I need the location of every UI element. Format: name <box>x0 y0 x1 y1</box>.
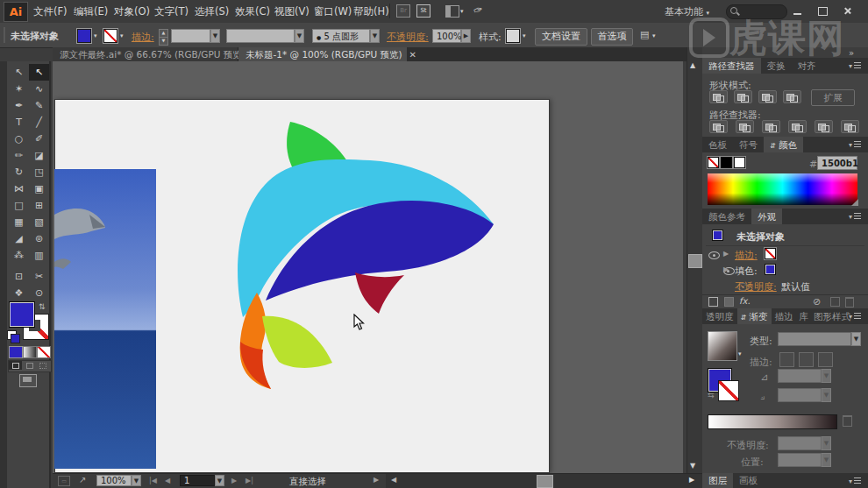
zoom-level-arrow-icon[interactable]: ▼ <box>132 475 141 486</box>
tab-artboards[interactable]: 画板 <box>733 473 764 488</box>
last-artboard-icon[interactable]: ▶| <box>245 477 253 484</box>
stop-opacity-arrow-icon[interactable]: ▼ <box>822 436 831 450</box>
prev-artboard-icon[interactable]: ◀ <box>165 477 170 484</box>
selection-tool[interactable]: ↖ <box>9 64 29 81</box>
scale-tool[interactable]: ◳ <box>29 164 49 180</box>
close-button[interactable] <box>843 6 856 16</box>
share-icon[interactable]: ↗ <box>79 475 86 484</box>
appearance-fill-swatch[interactable] <box>765 264 776 275</box>
minimize-button[interactable] <box>793 6 806 16</box>
rotate-tool[interactable]: ↻ <box>9 164 29 180</box>
h-scroll-left-icon[interactable]: ◀ <box>391 476 396 484</box>
tab-layers[interactable]: 图层 <box>702 473 733 488</box>
width-profile-arrow-icon[interactable]: ▼ <box>295 29 304 43</box>
type-tool[interactable]: T <box>9 114 29 131</box>
tab-symbols[interactable]: 符号 <box>733 137 764 152</box>
shape-mode-intersect-button[interactable] <box>758 90 777 103</box>
workspace-switcher[interactable]: 基本功能 ▾ <box>665 5 709 18</box>
pf-crop-button[interactable] <box>788 120 807 133</box>
gradient-type-arrow-icon[interactable]: ▼ <box>851 332 861 346</box>
menu-effect[interactable]: 效果(C) <box>235 5 270 18</box>
pencil-tool[interactable]: ✏ <box>9 147 29 164</box>
curvature-tool[interactable]: ✎ <box>29 97 49 114</box>
panel-menu-icon[interactable]: ▾ <box>849 141 863 149</box>
line-segment-tool[interactable]: ╱ <box>29 114 49 131</box>
tab-align[interactable]: 对齐 <box>792 58 822 74</box>
hex-value-field[interactable]: 1500b1 <box>817 156 857 170</box>
stroke-color-swatch[interactable] <box>103 29 117 43</box>
color-spectrum[interactable] <box>708 173 857 205</box>
fill-expand-icon[interactable]: ▶ <box>723 265 729 273</box>
perspective-grid-tool[interactable]: ⊞ <box>29 197 49 214</box>
status-expand-icon[interactable]: ▶ <box>374 476 379 484</box>
delete-stop-icon[interactable] <box>843 415 852 427</box>
blend-tool[interactable]: ⊚ <box>29 230 49 247</box>
tab-libraries[interactable]: 库 <box>797 308 812 324</box>
gradient-angle-select[interactable] <box>778 369 822 383</box>
appearance-opacity-link[interactable]: 不透明度: <box>735 280 777 294</box>
pen-tool[interactable]: ✒ <box>9 97 29 114</box>
document-setup-button[interactable]: 文档设置 <box>535 28 587 46</box>
brush-definition[interactable]: ● 5 点圆形 <box>312 29 370 43</box>
tab-color[interactable]: ⇵ 颜色 <box>764 137 803 152</box>
reverse-gradient-icon[interactable]: ⇆ <box>708 391 715 400</box>
expand-button[interactable]: 扩展 <box>811 89 855 106</box>
gradient-angle-arrow-icon[interactable]: ▼ <box>822 369 831 383</box>
dolphin-photo[interactable] <box>54 169 156 469</box>
doc-tab-untitled[interactable]: 未标题-1* @ 100% (RGB/GPU 预览)✕ <box>238 47 407 61</box>
width-tool[interactable]: ⋈ <box>9 180 29 197</box>
tab-swatches[interactable]: 色板 <box>702 137 733 152</box>
gradient-tool[interactable]: ▧ <box>29 214 49 230</box>
bridge-icon[interactable]: Br <box>396 4 410 18</box>
swap-fill-stroke-icon[interactable]: ⇅ <box>39 302 46 311</box>
eraser-tool[interactable]: ◪ <box>29 147 49 164</box>
draw-behind-mode-button[interactable] <box>23 361 36 370</box>
stop-position-arrow-icon[interactable]: ▼ <box>822 453 831 467</box>
new-fill-icon[interactable] <box>724 297 734 307</box>
slice-tool[interactable]: ✂ <box>29 268 49 285</box>
gradient-mode-button[interactable] <box>23 346 37 358</box>
gradient-slider[interactable] <box>708 414 837 429</box>
symbol-sprayer-tool[interactable]: ⁂ <box>9 247 29 264</box>
gradient-stroke-proxy[interactable] <box>718 380 739 401</box>
menu-edit[interactable]: 编辑(E) <box>74 5 108 18</box>
tab-color-guide[interactable]: 颜色参考 <box>702 209 751 224</box>
none-mode-button[interactable] <box>37 346 51 358</box>
artboard-number-field[interactable]: 1 <box>180 475 215 486</box>
add-effect-icon[interactable]: fx. <box>739 296 751 306</box>
draw-inside-mode-button[interactable] <box>36 361 49 370</box>
opacity-value[interactable]: 100% <box>432 29 461 43</box>
doc-tab-source-file[interactable]: 源文件最终.ai* @ 66.67% (RGB/GPU 预览)✕ <box>53 47 238 61</box>
gradient-aspect-select[interactable] <box>778 388 822 402</box>
panel-menu-icon[interactable]: ▾ <box>849 213 863 221</box>
stroke-weight-arrow-icon[interactable]: ▼ <box>210 29 220 43</box>
eyedropper-tool[interactable]: ◢ <box>9 230 29 247</box>
magic-wand-tool[interactable]: ✶ <box>9 81 29 97</box>
pf-minus-back-button[interactable] <box>841 120 859 133</box>
gradient-stroke-across-button[interactable] <box>818 352 833 367</box>
fill-swatch-arrow-icon[interactable]: ▾ <box>94 32 97 39</box>
control-bar-grip[interactable] <box>4 27 5 43</box>
draw-normal-mode-button[interactable] <box>9 361 22 370</box>
pf-merge-button[interactable] <box>762 120 780 133</box>
first-artboard-icon[interactable]: |◀ <box>149 477 157 484</box>
tab-appearance[interactable]: 外观 <box>751 209 782 224</box>
fill-color-swatch[interactable] <box>77 29 91 43</box>
width-profile-value[interactable] <box>226 29 295 43</box>
color-mode-button[interactable] <box>9 346 23 358</box>
appearance-stroke-swatch[interactable] <box>765 248 776 259</box>
direct-selection-tool[interactable]: ↖ <box>29 64 49 81</box>
new-stroke-icon[interactable] <box>708 297 718 307</box>
tab-stroke[interactable]: 描边 <box>772 308 797 324</box>
stroke-weight-value[interactable] <box>171 29 210 43</box>
free-transform-tool[interactable]: ▣ <box>29 180 49 197</box>
gradient-aspect-arrow-icon[interactable]: ▼ <box>822 388 831 402</box>
mesh-tool[interactable]: ▦ <box>9 214 29 230</box>
column-graph-tool[interactable]: ▥ <box>29 247 49 264</box>
touch-workspace-icon[interactable]: ▤ <box>640 29 649 40</box>
dock-scroll-up-icon[interactable]: ▲ <box>690 61 695 69</box>
stroke-expand-icon[interactable]: ▶ <box>723 250 729 258</box>
artboard-tool[interactable]: ⊡ <box>9 268 29 285</box>
menu-select[interactable]: 选择(S) <box>195 5 229 18</box>
style-swatch[interactable] <box>506 29 520 43</box>
